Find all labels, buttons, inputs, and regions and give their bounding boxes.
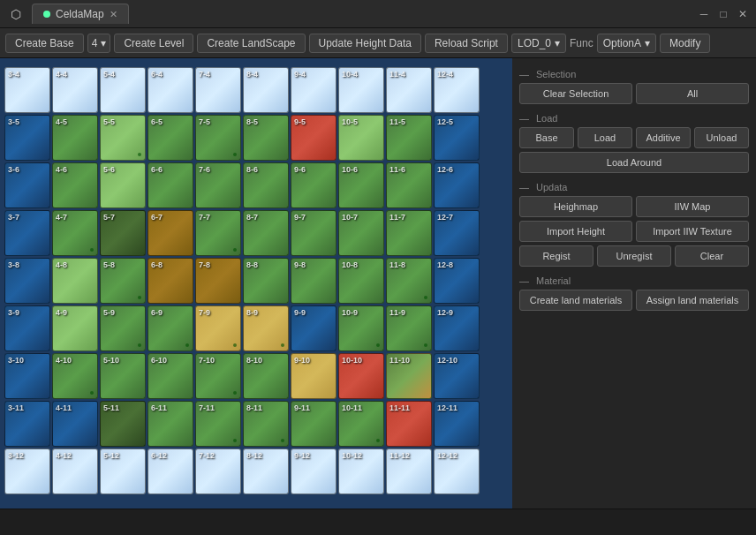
grid-cell[interactable]: 3-12 (4, 448, 50, 494)
grid-cell[interactable]: 12-10 (434, 353, 480, 399)
grid-cell[interactable]: 6-12 (147, 448, 193, 494)
number-select[interactable]: 4 ▾ (87, 34, 111, 53)
grid-cell[interactable]: 8-9 (243, 305, 289, 351)
grid-cell[interactable]: 5-6 (100, 162, 146, 208)
create-base-button[interactable]: Create Base (5, 34, 84, 53)
heightmap-button[interactable]: Heighmap (519, 196, 632, 217)
grid-cell[interactable]: 5-4 (100, 67, 146, 113)
grid-cell[interactable]: 12-12 (434, 448, 480, 494)
grid-cell[interactable]: 10-12 (338, 448, 384, 494)
grid-cell[interactable]: 10-11 (338, 401, 384, 447)
grid-cell[interactable]: 12-11 (434, 401, 480, 447)
grid-cell[interactable]: 10-9 (338, 305, 384, 351)
grid-cell[interactable]: 6-4 (147, 67, 193, 113)
grid-cell[interactable]: 3-11 (4, 401, 50, 447)
grid-cell[interactable]: 9-10 (291, 353, 336, 399)
grid-cell[interactable]: 6-5 (147, 115, 193, 161)
grid-cell[interactable]: 12-7 (434, 210, 480, 256)
grid-cell[interactable]: 9-7 (291, 210, 336, 256)
grid-cell[interactable]: 8-10 (243, 353, 289, 399)
minimize-button[interactable]: ─ (698, 8, 710, 20)
grid-cell[interactable]: 3-7 (4, 210, 50, 256)
grid-cell[interactable]: 11-7 (386, 210, 432, 256)
grid-cell[interactable]: 3-8 (4, 258, 50, 304)
maximize-button[interactable]: □ (717, 8, 730, 20)
grid-cell[interactable]: 8-5 (243, 115, 289, 161)
grid-cell[interactable]: 5-9 (100, 305, 146, 351)
modify-button[interactable]: Modify (660, 34, 710, 53)
import-iiw-button[interactable]: Import IIW Texture (636, 221, 749, 242)
grid-cell[interactable]: 8-11 (243, 401, 289, 447)
grid-cell[interactable]: 4-12 (52, 448, 98, 494)
unload-button[interactable]: Unload (694, 127, 749, 148)
grid-cell[interactable]: 12-4 (434, 67, 480, 113)
lod-dropdown[interactable]: LOD_0 ▾ (511, 34, 566, 53)
grid-cell[interactable]: 7-9 (195, 305, 241, 351)
tab[interactable]: CeldaMap ✕ (32, 4, 129, 24)
grid-cell[interactable]: 7-4 (195, 67, 241, 113)
grid-cell[interactable]: 11-6 (386, 162, 432, 208)
grid-cell[interactable]: 6-6 (147, 162, 193, 208)
grid-cell[interactable]: 6-11 (147, 401, 193, 447)
import-height-button[interactable]: Import Height (519, 221, 632, 242)
grid-cell[interactable]: 11-8 (386, 258, 432, 304)
all-button[interactable]: All (636, 83, 749, 104)
func-dropdown[interactable]: OptionA ▾ (597, 34, 656, 53)
grid-cell[interactable]: 5-10 (100, 353, 146, 399)
tab-close-icon[interactable]: ✕ (110, 9, 117, 20)
grid-cell[interactable]: 5-11 (100, 401, 146, 447)
grid-cell[interactable]: 4-5 (52, 115, 98, 161)
grid-cell[interactable]: 5-5 (100, 115, 146, 161)
iiw-map-button[interactable]: IIW Map (636, 196, 749, 217)
clear-button[interactable]: Clear (675, 245, 749, 267)
grid-cell[interactable]: 6-7 (147, 210, 193, 256)
grid-cell[interactable]: 9-11 (291, 401, 336, 447)
grid-cell[interactable]: 8-12 (243, 448, 289, 494)
base-button[interactable]: Base (519, 127, 574, 148)
grid-cell[interactable]: 10-5 (338, 115, 384, 161)
grid-cell[interactable]: 9-6 (291, 162, 336, 208)
grid-cell[interactable]: 8-4 (243, 67, 289, 113)
grid-cell[interactable]: 7-10 (195, 353, 241, 399)
grid-cell[interactable]: 12-5 (434, 115, 480, 161)
grid-cell[interactable]: 10-8 (338, 258, 384, 304)
grid-cell[interactable]: 11-4 (386, 67, 432, 113)
grid-cell[interactable]: 11-10 (386, 353, 432, 399)
grid-cell[interactable]: 10-6 (338, 162, 384, 208)
grid-cell[interactable]: 3-4 (4, 67, 50, 113)
grid-cell[interactable]: 6-10 (147, 353, 193, 399)
grid-cell[interactable]: 5-8 (100, 258, 146, 304)
grid-cell[interactable]: 4-9 (52, 305, 98, 351)
additive-button[interactable]: Additive (636, 127, 691, 148)
grid-cell[interactable]: 9-12 (291, 448, 336, 494)
load-button[interactable]: Load (578, 127, 632, 148)
grid-cell[interactable]: 3-9 (4, 305, 50, 351)
update-height-button[interactable]: Update Height Data (309, 34, 421, 53)
grid-cell[interactable]: 3-10 (4, 353, 50, 399)
grid-cell[interactable]: 11-12 (386, 448, 432, 494)
grid-cell[interactable]: 11-9 (386, 305, 432, 351)
grid-cell[interactable]: 12-6 (434, 162, 480, 208)
load-around-button[interactable]: Load Around (519, 152, 749, 173)
grid-cell[interactable]: 10-10 (338, 353, 384, 399)
clear-selection-button[interactable]: Clear Selection (519, 83, 632, 104)
close-button[interactable]: ✕ (737, 8, 749, 20)
create-landscape-button[interactable]: Create LandScape (197, 34, 305, 53)
grid-cell[interactable]: 3-6 (4, 162, 50, 208)
grid-cell[interactable]: 4-10 (52, 353, 98, 399)
grid-cell[interactable]: 4-11 (52, 401, 98, 447)
grid-cell[interactable]: 4-8 (52, 258, 98, 304)
grid-cell[interactable]: 5-12 (100, 448, 146, 494)
grid-cell[interactable]: 9-5 (291, 115, 336, 161)
create-land-materials-button[interactable]: Create land materials (519, 290, 632, 311)
assign-land-materials-button[interactable]: Assign land materials (636, 290, 749, 311)
grid-cell[interactable]: 4-7 (52, 210, 98, 256)
grid-cell[interactable]: 9-9 (291, 305, 336, 351)
grid-cell[interactable]: 9-8 (291, 258, 336, 304)
grid-cell[interactable]: 11-11 (386, 401, 432, 447)
grid-cell[interactable]: 10-7 (338, 210, 384, 256)
grid-cell[interactable]: 5-7 (100, 210, 146, 256)
grid-cell[interactable]: 7-8 (195, 258, 241, 304)
grid-cell[interactable]: 7-11 (195, 401, 241, 447)
grid-cell[interactable]: 9-4 (291, 67, 336, 113)
